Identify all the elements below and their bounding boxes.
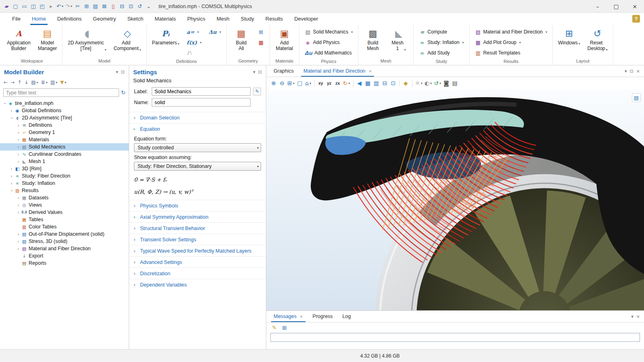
node-3d-rim[interactable]: ›◧3D [Rim]	[0, 165, 129, 172]
compute-button[interactable]: =Compute	[417, 27, 466, 37]
node-global-definitions[interactable]: ›◉Global Definitions	[0, 107, 129, 114]
open-file-button[interactable]: ▭	[20, 2, 29, 11]
float-panel-icon[interactable]: ⊡	[258, 69, 262, 75]
node-reports[interactable]: ▤Reports	[0, 259, 129, 267]
tree-expand-arrow[interactable]: ›	[16, 232, 21, 236]
view-lock-button[interactable]: ◆	[402, 78, 410, 88]
view-xy-button[interactable]: xy	[317, 78, 325, 88]
collapse-panel-icon[interactable]: ▾	[631, 314, 634, 319]
zoom-out-button[interactable]: ⊖	[278, 78, 286, 88]
customize-quick-access-button[interactable]: ⌄	[144, 2, 153, 11]
section-physics-symbols[interactable]: ›Physics Symbols	[129, 200, 266, 211]
new-file-button[interactable]: ▢	[11, 2, 20, 11]
node-tables[interactable]: ▦Tables	[0, 216, 129, 223]
tree-expand-arrow[interactable]: ›	[9, 109, 14, 113]
tree-expand-arrow[interactable]: ›	[16, 130, 21, 135]
menu-tab-mesh[interactable]: Mesh	[211, 13, 235, 25]
menu-tab-definitions[interactable]: Definitions	[52, 13, 88, 25]
node-mesh-1[interactable]: ›◣Mesh 1	[0, 158, 129, 165]
add-physics-button[interactable]: ◈Add Physics	[303, 38, 355, 47]
paste-button[interactable]: ▤	[91, 2, 100, 11]
maximize-button[interactable]: ▢	[607, 0, 625, 13]
show-equation-select[interactable]: Study: Fiber Direction, Stationary ▾	[134, 162, 261, 171]
view-zx-button[interactable]: zx	[334, 78, 342, 88]
plot-properties-button[interactable]: ▤	[632, 93, 641, 102]
refresh-filter-button[interactable]: ↻	[121, 90, 125, 96]
menu-tab-home[interactable]: Home	[26, 13, 52, 25]
tree-expand-arrow[interactable]: ›	[16, 196, 21, 200]
tree-expand-arrow[interactable]: ›	[16, 210, 21, 215]
node-root[interactable]: ›◈tire_inflation.mph	[0, 100, 129, 107]
duplicate-button[interactable]: ⊠	[100, 2, 109, 11]
close-button[interactable]: ×	[625, 0, 644, 13]
node-derived-values[interactable]: ›8.8Derived Values	[0, 209, 129, 216]
messages-tab-progress[interactable]: Progress	[308, 311, 338, 322]
zoom-extents-button[interactable]: ▢	[296, 78, 304, 88]
filter-input[interactable]	[3, 88, 119, 97]
model-manager-button[interactable]: ▤Model Manager	[36, 27, 59, 52]
menu-tab-developer[interactable]: Developer	[289, 13, 324, 25]
study-inflation-button[interactable]: ∞Study: Inflation▾	[417, 38, 466, 47]
tree-expand-arrow[interactable]: ›	[9, 181, 14, 186]
reset-desktop-button[interactable]: ↺Reset Desktop▾	[585, 27, 610, 52]
node-export[interactable]: ↓Export	[0, 252, 129, 259]
model-tree-options-button[interactable]: ▥▾	[49, 79, 59, 86]
tree-expand-arrow[interactable]: ›	[2, 101, 7, 106]
tree-expand-arrow[interactable]: ›	[16, 203, 21, 207]
settings-form-button[interactable]: ⊟	[118, 2, 126, 11]
mesh-1-button[interactable]: ◣Mesh 1▾	[387, 27, 410, 52]
equation-form-select[interactable]: Study controlled ▾	[134, 143, 261, 152]
environment-button[interactable]: ◐▾	[424, 78, 433, 88]
tree-expand-arrow[interactable]: ›	[9, 174, 14, 178]
print-button[interactable]: ▤	[451, 78, 459, 88]
graphics-tab-material-and-fiber-direction[interactable]: Material and Fiber Direction×	[299, 65, 376, 77]
reset-history-button[interactable]: ↺	[136, 2, 144, 11]
section-axial-symmetry-approximation[interactable]: ›Axial Symmetry Approximation	[129, 211, 266, 222]
help-button[interactable]: ?	[632, 15, 640, 23]
node-solid-mechanics[interactable]: ›▧Solid Mechanics	[0, 143, 129, 151]
menu-tab-study[interactable]: Study	[235, 13, 260, 25]
section-domain-selection[interactable]: ›Domain Selection	[129, 112, 266, 123]
collapse-panel-icon[interactable]: ▾	[625, 69, 627, 74]
section-typical-wave-speed-for-perfectly-matched-layers[interactable]: ›Typical Wave Speed for Perfectly Matche…	[129, 245, 266, 256]
variables-button[interactable]: a=▾	[185, 27, 204, 37]
section-transient-solver-settings[interactable]: ›Transient Solver Settings	[129, 234, 266, 245]
node-study-fiber-direction[interactable]: ›∞Study: Fiber Direction	[0, 172, 129, 180]
build-all-button[interactable]: ▦Build All	[230, 27, 253, 52]
parameter-case-button[interactable]: Pᵢ	[185, 48, 204, 58]
graphics-tab-graphics[interactable]: Graphics	[269, 65, 299, 77]
tree-expand-arrow[interactable]: ›	[16, 123, 21, 128]
insert-sequence-button[interactable]: ⊞	[256, 27, 266, 37]
export-plot-button[interactable]: ⊟	[381, 78, 389, 88]
close-panel-icon[interactable]: ×	[636, 69, 640, 74]
section-advanced-settings[interactable]: ›Advanced Settings	[129, 256, 266, 268]
tree-expand-arrow[interactable]: ›	[16, 152, 21, 157]
tree-expand-arrow[interactable]: ›	[16, 239, 21, 244]
section-discretization[interactable]: ›Discretization	[129, 268, 266, 279]
parameters-button[interactable]: PᵢParameters▾	[150, 27, 182, 46]
move-down-button[interactable]: ↓	[23, 79, 29, 86]
cut-button[interactable]: ✂	[73, 2, 82, 11]
update-button[interactable]: ↺▾	[433, 78, 442, 88]
node-geometry-1[interactable]: ›▱Geometry 1	[0, 129, 129, 136]
messages-tab-log[interactable]: Log	[338, 311, 356, 322]
redo-button[interactable]: ↷▾	[65, 2, 73, 11]
back-button[interactable]: ←	[2, 79, 9, 86]
scene-light-button[interactable]: ☼▾	[414, 78, 424, 88]
tree-expand-arrow[interactable]: ›	[16, 145, 21, 149]
copy-button[interactable]: ⊞	[280, 323, 289, 333]
move-up-button[interactable]: ↑	[16, 79, 23, 86]
run-button[interactable]: ▸	[47, 2, 55, 11]
close-panel-icon[interactable]: ×	[636, 314, 640, 319]
section-dependent-variables[interactable]: ›Dependent Variables	[129, 279, 266, 290]
add-component-button[interactable]: ◇Add Component▾	[111, 27, 143, 52]
collapse-panel-icon[interactable]: ▾	[116, 69, 118, 75]
graphics-canvas[interactable]: ▤	[266, 89, 644, 310]
close-tab-icon[interactable]: ×	[300, 314, 303, 320]
plot-in-table-button[interactable]: ▥	[372, 78, 381, 88]
node-color-tables[interactable]: ▥Color Tables	[0, 223, 129, 230]
node-views[interactable]: ›◎Views	[0, 201, 129, 209]
float-panel-icon[interactable]: ⊡	[121, 69, 125, 75]
zoom-box-button[interactable]: ⊞▾	[286, 78, 295, 88]
component-2d-axisymmetric-button[interactable]: ◖2D Axisymmetric [Tire]▾	[66, 27, 108, 52]
